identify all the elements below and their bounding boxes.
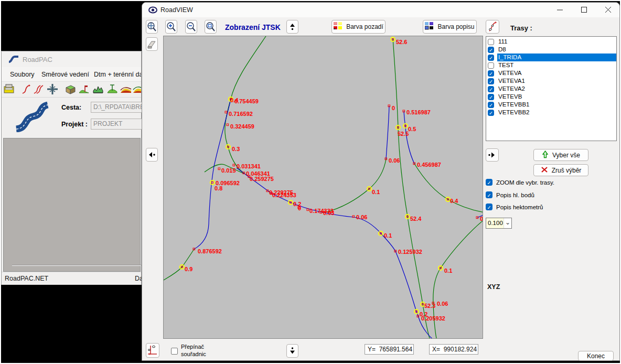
- terrain-layers-icon[interactable]: [120, 83, 132, 95]
- trasy-icon-button[interactable]: [486, 20, 499, 34]
- zoom-out-button[interactable]: [185, 20, 197, 34]
- zrus-vyber-button[interactable]: Zruš výběr: [533, 164, 588, 176]
- point-label: 0: [392, 105, 395, 111]
- point-label: 52.3: [424, 303, 435, 309]
- route-path-blue: [194, 99, 231, 249]
- terrain-layers2-icon[interactable]: [133, 83, 141, 95]
- route-checkbox[interactable]: [488, 62, 494, 69]
- roadview-titlebar[interactable]: RoadVIEW: [142, 3, 619, 17]
- survey-icon[interactable]: [78, 83, 90, 95]
- label-color-icon: [425, 22, 434, 31]
- option-checkbox[interactable]: ✓: [486, 191, 492, 198]
- y-coordinate-field[interactable]: Y= 765891.564: [365, 344, 414, 355]
- point-label: 0.06: [389, 157, 400, 164]
- route-checkbox[interactable]: ✓: [488, 94, 494, 100]
- projekt-field[interactable]: PROJEKT: [91, 119, 142, 130]
- point-label: 0.9: [185, 266, 192, 272]
- route-item[interactable]: TEST: [488, 61, 616, 69]
- spinner-up-button[interactable]: [286, 20, 298, 34]
- double-s-curve-icon[interactable]: [33, 83, 45, 95]
- eraser-button[interactable]: [146, 37, 158, 51]
- point-label: 0.876592: [198, 248, 222, 254]
- route-item[interactable]: ✓I_TRIDA: [488, 53, 616, 61]
- route-checkbox[interactable]: ✓: [488, 55, 494, 61]
- barva-popisu-button[interactable]: Barva popisu: [423, 20, 477, 34]
- route-checkbox[interactable]: ✓: [488, 102, 494, 108]
- route-checkbox[interactable]: ✓: [488, 86, 494, 92]
- menu-smerove-vedeni[interactable]: Směrové vedení: [41, 71, 89, 78]
- point-label: 0.3: [232, 146, 240, 152]
- roadpac-road-logo: [13, 101, 51, 134]
- route-checkbox[interactable]: ✓: [488, 70, 494, 77]
- route-item[interactable]: ✓D8: [488, 46, 616, 53]
- spinner-down-button[interactable]: [286, 344, 298, 358]
- zoom-extents-button[interactable]: [146, 20, 158, 34]
- roadpac-divider: [12, 265, 141, 266]
- konec-button[interactable]: Konec: [578, 351, 614, 361]
- map-canvas[interactable]: 52.600.51698752.50.50.060.4569870.10.452…: [163, 36, 483, 339]
- option-row: ✓Popis hektometrů: [486, 204, 543, 210]
- roadpac-titlebar[interactable]: RoadPAC: [2, 51, 141, 67]
- menu-soubory[interactable]: Soubory: [10, 71, 35, 78]
- roadpac-status-text: RoadPAC.NET: [5, 275, 48, 282]
- cesta-field[interactable]: D:\_RPDATA\BRE: [91, 102, 142, 113]
- route-item[interactable]: ✓VETEVA: [488, 69, 616, 77]
- option-label: Popis hektometrů: [496, 204, 543, 210]
- interchange-icon[interactable]: [47, 83, 58, 95]
- route-path-blue: [404, 111, 414, 164]
- barva-pozadi-label: Barva pozadí: [346, 23, 383, 30]
- zoom-in-button[interactable]: [165, 20, 177, 34]
- route-label: 111: [497, 38, 616, 46]
- vyber-vse-button[interactable]: Vyber vše: [533, 149, 588, 161]
- route-item[interactable]: ✓VETEVBB1: [488, 101, 616, 109]
- barva-pozadi-button[interactable]: Barva pozadí: [331, 20, 386, 34]
- terrain-box-icon[interactable]: [65, 83, 76, 95]
- option-row: ✓ZOOM dle vybr. trasy.: [486, 179, 554, 186]
- point-label: 0.015: [221, 167, 236, 174]
- up-arrow-icon: [542, 151, 549, 160]
- maximize-button[interactable]: [572, 3, 595, 17]
- collapse-panel-button[interactable]: [146, 148, 158, 162]
- roadpac-title: RoadPAC: [23, 56, 52, 63]
- close-button[interactable]: [596, 3, 619, 17]
- prepinac-label: Přepínač souřadnic: [181, 344, 206, 358]
- s-curve-icon[interactable]: [20, 83, 32, 95]
- route-item[interactable]: 111: [488, 38, 616, 46]
- route-item[interactable]: ✓VETEVB: [488, 93, 616, 101]
- route-label: VETEVA: [497, 69, 616, 77]
- interval-combobox[interactable]: 0.100 ⌄: [486, 218, 512, 229]
- roadview-title: RoadVIEW: [160, 6, 193, 14]
- option-checkbox[interactable]: ✓: [486, 204, 492, 210]
- option-label: Popis hl. bodů: [496, 192, 534, 198]
- option-checkbox[interactable]: ✓: [486, 179, 492, 186]
- route-checkbox[interactable]: ✓: [488, 110, 494, 116]
- route-checkbox[interactable]: [488, 39, 494, 45]
- route-checkbox[interactable]: ✓: [488, 47, 494, 53]
- histogram-icon[interactable]: [92, 83, 104, 95]
- point-label: 0.1: [384, 232, 392, 239]
- route-path-blue: [386, 106, 389, 159]
- x-coordinate-field[interactable]: X= 990182.924: [429, 344, 478, 355]
- route-checkbox[interactable]: ✓: [488, 78, 494, 84]
- xyz-label: XYZ: [487, 283, 500, 291]
- coordinate-axes-button[interactable]: [146, 343, 159, 358]
- route-item[interactable]: ✓VETEVBB2: [488, 109, 616, 116]
- menu-dtm[interactable]: Dtm + terénní da: [94, 71, 141, 78]
- route-path-green: [225, 36, 266, 173]
- point-label: 0.4: [450, 198, 458, 204]
- route-list[interactable]: 111✓D8✓I_TRIDATEST✓VETEVA✓VETEVA1✓VETEVA…: [486, 36, 617, 141]
- prepinac-checkbox[interactable]: [171, 348, 178, 355]
- roadpac-window: RoadPAC Soubory Směrové vedení Dtm + ter…: [1, 51, 142, 285]
- route-label: VETEVA2: [497, 85, 616, 93]
- cross-section-icon[interactable]: [106, 83, 118, 95]
- vyber-vse-label: Vyber vše: [552, 152, 580, 159]
- expand-panel-button[interactable]: [486, 148, 499, 162]
- chevron-down-icon[interactable]: ⌄: [504, 218, 511, 228]
- route-item[interactable]: ✓VETEVA2: [488, 85, 616, 93]
- plotter-icon[interactable]: [3, 83, 15, 95]
- route-path-green: [325, 159, 386, 212]
- point-label: 0.03: [323, 210, 334, 216]
- zoom-window-button[interactable]: [205, 20, 217, 34]
- route-item[interactable]: ✓VETEVA1: [488, 77, 616, 85]
- minimize-button[interactable]: [548, 3, 571, 17]
